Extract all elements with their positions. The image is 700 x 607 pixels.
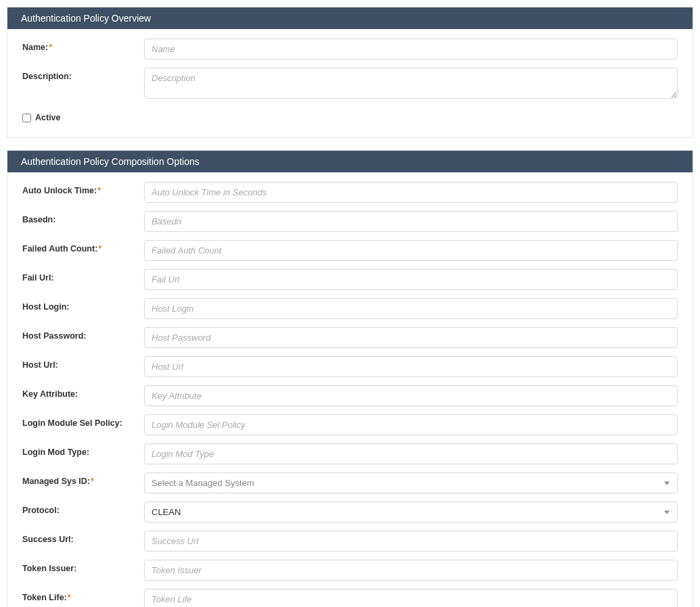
login-mod-type-label: Login Mod Type:: [22, 443, 144, 457]
description-label: Description:: [22, 68, 144, 81]
host-login-label: Host Login:: [22, 298, 144, 312]
basedn-input[interactable]: [144, 211, 678, 232]
managed-sys-id-select[interactable]: Select a Managed System: [144, 472, 678, 493]
failed-auth-count-input[interactable]: [144, 240, 678, 261]
active-row[interactable]: Active: [22, 113, 678, 122]
active-label: Active: [35, 113, 61, 122]
token-issuer-row: Token Issuer:: [22, 560, 678, 581]
key-attribute-input[interactable]: [144, 385, 678, 406]
name-required-asterisk: *: [49, 43, 52, 52]
host-login-row: Host Login:: [22, 298, 678, 319]
description-row: Description:: [22, 68, 678, 101]
name-row: Name:*: [22, 39, 678, 59]
host-url-label: Host Url:: [22, 356, 144, 370]
host-login-input[interactable]: [144, 298, 678, 319]
basedn-label: Basedn:: [22, 211, 144, 224]
key-attribute-label: Key Attribute:: [22, 385, 144, 399]
login-module-sel-policy-label: Login Module Sel Policy:: [22, 414, 144, 428]
host-password-input[interactable]: [144, 327, 678, 348]
auto-unlock-time-input[interactable]: [144, 182, 678, 203]
overview-section: Authentication Policy Overview Name:* De…: [7, 7, 693, 138]
active-checkbox[interactable]: [22, 114, 31, 122]
overview-section-body: Name:* Description: Active: [7, 29, 693, 137]
host-url-input[interactable]: [144, 356, 678, 377]
login-module-sel-policy-row: Login Module Sel Policy:: [22, 414, 678, 435]
name-label-text: Name:: [22, 43, 48, 52]
description-textarea[interactable]: [144, 68, 678, 99]
success-url-input[interactable]: [144, 531, 678, 552]
host-password-row: Host Password:: [22, 327, 678, 348]
failed-auth-count-row: Failed Auth Count:*: [22, 240, 678, 261]
managed-sys-id-label: Managed Sys ID:*: [22, 472, 144, 486]
managed-sys-id-row: Managed Sys ID:* Select a Managed System: [22, 472, 678, 493]
token-life-row: Token Life:*: [22, 589, 678, 607]
composition-section-title: Authentication Policy Composition Option…: [21, 156, 200, 167]
auto-unlock-time-row: Auto Unlock Time:*: [22, 182, 678, 203]
token-issuer-input[interactable]: [144, 560, 678, 581]
basedn-row: Basedn:: [22, 211, 678, 232]
success-url-row: Success Url:: [22, 531, 678, 552]
failed-auth-count-label: Failed Auth Count:*: [22, 240, 144, 253]
composition-section-header: Authentication Policy Composition Option…: [7, 151, 693, 172]
description-label-text: Description:: [22, 72, 72, 81]
fail-url-input[interactable]: [144, 269, 678, 290]
name-input[interactable]: [144, 39, 678, 59]
composition-section-body: Auto Unlock Time:* Basedn: Failed Auth C…: [7, 172, 693, 607]
name-label: Name:*: [22, 39, 144, 52]
token-life-input[interactable]: [144, 589, 678, 607]
chevron-down-icon: [664, 481, 670, 485]
overview-section-header: Authentication Policy Overview: [7, 7, 693, 29]
token-life-label: Token Life:*: [22, 589, 144, 602]
protocol-selected: CLEAN: [144, 502, 678, 523]
auto-unlock-time-label: Auto Unlock Time:*: [22, 182, 144, 195]
protocol-select[interactable]: CLEAN: [144, 502, 678, 523]
fail-url-label: Fail Url:: [22, 269, 144, 283]
success-url-label: Success Url:: [22, 531, 144, 544]
protocol-row: Protocol: CLEAN: [22, 502, 678, 523]
login-mod-type-input[interactable]: [144, 443, 678, 464]
fail-url-row: Fail Url:: [22, 269, 678, 290]
chevron-down-icon: [664, 510, 670, 514]
login-mod-type-row: Login Mod Type:: [22, 443, 678, 464]
login-module-sel-policy-input[interactable]: [144, 414, 678, 435]
key-attribute-row: Key Attribute:: [22, 385, 678, 406]
host-password-label: Host Password:: [22, 327, 144, 341]
host-url-row: Host Url:: [22, 356, 678, 377]
token-issuer-label: Token Issuer:: [22, 560, 144, 573]
overview-section-title: Authentication Policy Overview: [21, 13, 151, 24]
managed-sys-id-selected: Select a Managed System: [144, 472, 678, 493]
composition-section: Authentication Policy Composition Option…: [7, 150, 693, 607]
protocol-label: Protocol:: [22, 502, 144, 515]
